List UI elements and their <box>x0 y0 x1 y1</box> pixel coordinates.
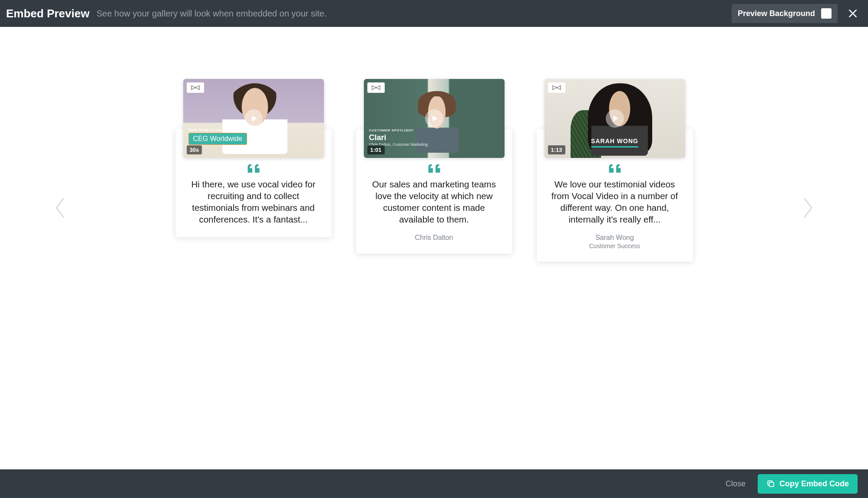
testimonial-quote: We love our testimonial videos from Voca… <box>546 178 683 225</box>
testimonial-quote: Our sales and marketing teams love the v… <box>366 178 503 225</box>
attribution: Sarah Wong Customer Success <box>546 234 683 249</box>
header-bar: Embed Preview See how your gallery will … <box>0 0 868 27</box>
video-thumbnail[interactable]: EMPLOYEE STORIES CEG Worldwide 30s <box>183 79 324 158</box>
thumbnail-overlay: EMPLOYEE STORIES CEG Worldwide <box>188 128 248 145</box>
testimonial-card-body: EMPLOYEE STORIES CEG Worldwide 30s Hi th… <box>175 129 332 237</box>
bowtie-icon <box>191 85 200 91</box>
testimonial-card: EMPLOYEE STORIES CEG Worldwide 30s Hi th… <box>175 79 332 237</box>
close-modal-button[interactable] <box>845 5 861 22</box>
quote-icon <box>546 164 683 174</box>
quote-icon <box>366 164 503 174</box>
page-title: Embed Preview <box>6 7 89 20</box>
page-subtitle: See how your gallery will look when embe… <box>96 9 725 19</box>
close-icon <box>847 8 858 19</box>
carousel-prev-button[interactable] <box>53 196 67 221</box>
preview-background-label: Preview Background <box>738 9 815 18</box>
overlay-supertitle: CUSTOMER SPOTLIGHT <box>369 128 428 132</box>
duration-badge: 1:01 <box>367 145 385 154</box>
play-icon <box>611 115 619 122</box>
preview-background-button[interactable]: Preview Background <box>732 4 838 23</box>
play-button <box>244 109 263 128</box>
testimonial-card-body: SARAH WONG 1:13 We love our testimonial … <box>537 129 693 262</box>
testimonial-quote: Hi there, we use vocal video for recruit… <box>185 178 322 225</box>
overlay-name: SARAH WONG <box>591 138 638 147</box>
video-thumbnail[interactable]: SARAH WONG 1:13 <box>545 79 685 158</box>
testimonial-card: CUSTOMER SPOTLIGHT Clari Chris Dalton, C… <box>356 79 512 254</box>
play-button <box>425 109 443 128</box>
brand-badge <box>367 82 385 93</box>
attribution: Chris Dalton <box>366 234 503 242</box>
video-thumbnail[interactable]: CUSTOMER SPOTLIGHT Clari Chris Dalton, C… <box>364 79 505 158</box>
brand-badge <box>187 82 204 93</box>
play-button <box>606 109 624 128</box>
play-icon <box>250 115 258 122</box>
chevron-left-icon <box>53 196 67 220</box>
bowtie-icon <box>552 85 561 91</box>
duration-badge: 1:13 <box>548 145 565 154</box>
attribution-name: Chris Dalton <box>366 234 503 242</box>
duration-badge: 30s <box>187 145 202 154</box>
attribution-role: Customer Success <box>546 242 683 249</box>
thumbnail-overlay: CUSTOMER SPOTLIGHT Clari Chris Dalton, C… <box>369 128 428 147</box>
testimonial-card: SARAH WONG 1:13 We love our testimonial … <box>537 79 693 262</box>
overlay-title: Clari <box>369 133 428 142</box>
play-icon <box>431 115 439 122</box>
chevron-right-icon <box>801 196 815 220</box>
attribution-name: Sarah Wong <box>546 234 683 242</box>
testimonial-card-body: CUSTOMER SPOTLIGHT Clari Chris Dalton, C… <box>356 129 512 254</box>
preview-background-swatch <box>821 8 832 19</box>
testimonial-carousel: EMPLOYEE STORIES CEG Worldwide 30s Hi th… <box>175 79 693 262</box>
quote-icon <box>185 164 322 174</box>
carousel-next-button[interactable] <box>801 196 815 221</box>
bowtie-icon <box>371 85 381 91</box>
overlay-title: CEG Worldwide <box>188 133 248 145</box>
brand-badge <box>548 82 565 93</box>
overlay-supertitle: EMPLOYEE STORIES <box>188 128 248 132</box>
preview-canvas: EMPLOYEE STORIES CEG Worldwide 30s Hi th… <box>0 27 868 469</box>
